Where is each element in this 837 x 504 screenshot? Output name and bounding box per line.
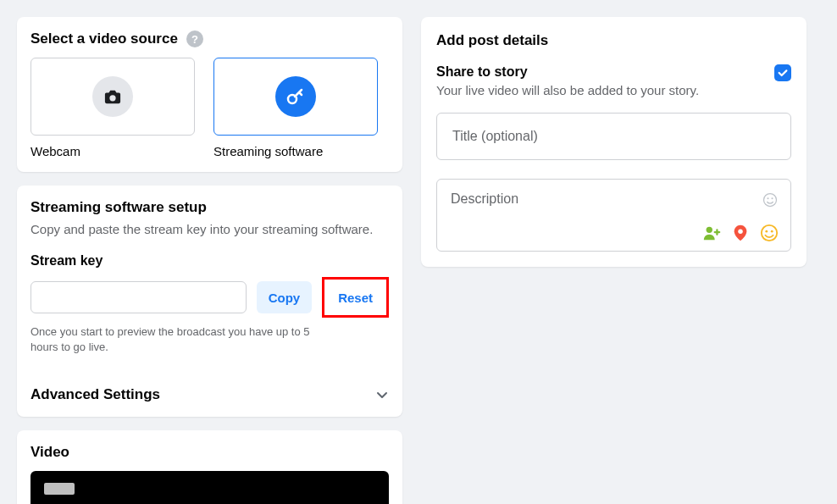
- streaming-label: Streaming software: [213, 144, 378, 158]
- advanced-settings-toggle[interactable]: Advanced Settings: [30, 354, 389, 403]
- webcam-tile: [30, 58, 195, 136]
- description-input[interactable]: Description: [436, 179, 791, 252]
- advanced-settings-label: Advanced Settings: [30, 386, 160, 403]
- camera-icon: [92, 76, 133, 117]
- video-preview[interactable]: [30, 471, 389, 504]
- feeling-icon[interactable]: [760, 224, 779, 242]
- svg-point-0: [109, 95, 115, 101]
- reset-highlight: Reset: [322, 277, 389, 318]
- description-placeholder: Description: [451, 191, 518, 206]
- svg-point-3: [768, 197, 769, 199]
- streaming-software-option[interactable]: Streaming software: [213, 58, 378, 158]
- svg-point-5: [707, 227, 712, 233]
- stream-key-input[interactable]: [30, 281, 247, 313]
- chevron-down-icon: [375, 388, 389, 402]
- video-overlay-chip: [44, 483, 75, 495]
- svg-point-2: [764, 194, 777, 207]
- video-source-heading: Select a video source: [30, 30, 178, 47]
- post-heading: Add post details: [436, 32, 791, 49]
- stream-key-hint: Once you start to preview the broadcast …: [30, 324, 335, 354]
- svg-point-7: [762, 225, 777, 241]
- copy-button[interactable]: Copy: [257, 281, 313, 313]
- webcam-label: Webcam: [30, 144, 195, 158]
- setup-description: Copy and paste the stream key into your …: [30, 221, 389, 238]
- help-icon[interactable]: ?: [186, 30, 203, 47]
- streaming-setup-card: Streaming software setup Copy and paste …: [17, 186, 402, 417]
- smiley-outline-icon[interactable]: [762, 191, 779, 212]
- video-source-card: Select a video source ? Webcam: [17, 17, 402, 172]
- tag-people-icon[interactable]: [702, 224, 721, 242]
- reset-button[interactable]: Reset: [326, 281, 385, 313]
- video-heading: Video: [30, 444, 389, 461]
- svg-point-4: [772, 197, 773, 199]
- video-card: Video: [17, 430, 402, 504]
- webcam-option[interactable]: Webcam: [30, 58, 195, 158]
- svg-point-9: [771, 230, 773, 233]
- share-story-title: Share to story: [436, 64, 699, 80]
- title-input[interactable]: [436, 113, 791, 160]
- svg-point-8: [765, 230, 768, 233]
- post-details-card: Add post details Share to story Your liv…: [421, 17, 807, 267]
- location-icon[interactable]: [731, 224, 750, 242]
- svg-point-6: [738, 229, 743, 234]
- key-icon: [275, 76, 316, 117]
- setup-heading: Streaming software setup: [30, 199, 389, 216]
- streaming-tile: [213, 58, 378, 136]
- share-story-checkbox[interactable]: [774, 64, 791, 81]
- stream-key-label: Stream key: [30, 253, 389, 269]
- share-story-desc: Your live video will also be added to yo…: [436, 83, 699, 97]
